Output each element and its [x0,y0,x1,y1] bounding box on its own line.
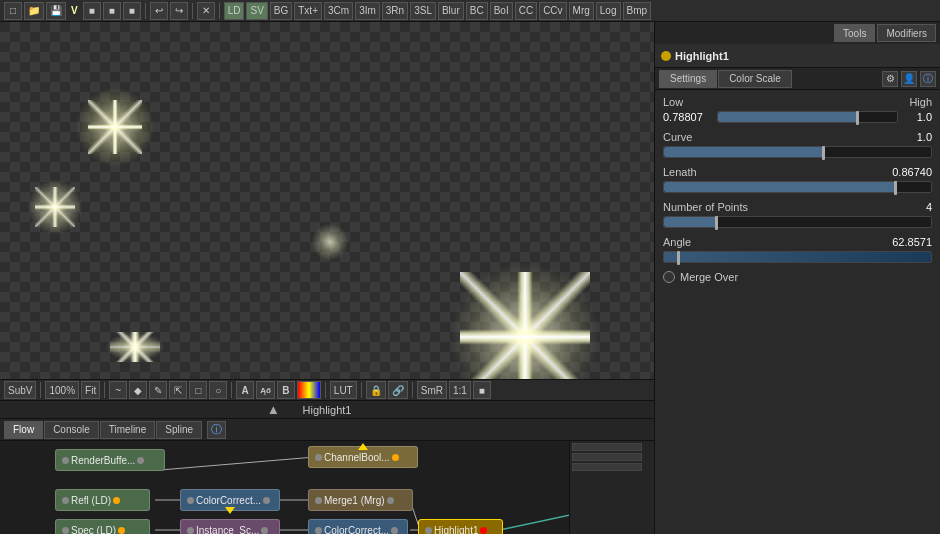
angle-thumb[interactable] [677,251,680,265]
extra-btn[interactable]: ■ [473,381,491,399]
node-label: Instance_Sc... [196,525,259,535]
highlight-label: Highlight1 [303,404,352,416]
a-btn[interactable]: A [236,381,254,399]
ccv-btn[interactable]: CCv [539,2,566,20]
node-render-buffer[interactable]: RenderBuffe... [55,449,165,471]
3im-btn[interactable]: 3Im [355,2,380,20]
settings-tab[interactable]: Settings [659,70,717,88]
tool-color-dot [661,51,671,61]
select-btn[interactable]: ⇱ [169,381,187,399]
new-btn[interactable]: □ [4,2,22,20]
mini-control-3 [572,463,642,471]
tb2[interactable]: ■ [103,2,121,20]
lut-btn[interactable]: LUT [330,381,357,399]
node-dot-in [315,454,322,461]
settings-info-icon[interactable]: ⓘ [920,71,936,87]
curve-thumb[interactable] [822,146,825,160]
save-btn[interactable]: 💾 [46,2,66,20]
bol-btn[interactable]: BoI [490,2,513,20]
tools-tab[interactable]: Tools [834,24,875,42]
high-label: High [909,96,932,108]
collapse-btn[interactable]: ▲ [267,402,280,417]
sv-btn[interactable]: SV [246,2,267,20]
open-btn[interactable]: 📁 [24,2,44,20]
node-merge1[interactable]: Merge1 (Mrg) [308,489,413,511]
zoom-btn[interactable]: 100% [45,381,79,399]
node-color-correct-1[interactable]: ColorCorrect... [180,489,280,511]
settings-person-icon[interactable]: 👤 [901,71,917,87]
length-thumb[interactable] [894,181,897,195]
bmp-btn[interactable]: Bmp [623,2,652,20]
angle-slider[interactable] [663,251,932,263]
aa-btn[interactable]: Ąő [256,381,275,399]
tb1[interactable]: ■ [83,2,101,20]
node-color-correct-2[interactable]: ColorCorrect... [308,519,408,534]
low-high-slider[interactable] [717,111,898,123]
curve-label: Curve [663,131,692,143]
bc-btn[interactable]: BC [466,2,488,20]
modifiers-tab[interactable]: Modifiers [877,24,936,42]
cut-btn[interactable]: ✕ [197,2,215,20]
txt-btn[interactable]: Txt+ [294,2,322,20]
node-label: Highlight1 [434,525,478,535]
circle-btn[interactable]: ○ [209,381,227,399]
low-slider-thumb[interactable] [856,111,859,125]
tb3[interactable]: ■ [123,2,141,20]
node-canvas[interactable]: RenderBuffe... Refl (LD) ColorCorrect... [0,441,654,534]
viewer[interactable] [0,22,654,379]
curve-slider[interactable] [663,146,932,158]
undo-btn[interactable]: ↩ [150,2,168,20]
paint-btn[interactable]: ✎ [149,381,167,399]
log-btn[interactable]: Log [596,2,621,20]
cc-btn[interactable]: CC [515,2,537,20]
num-points-row: Number of Points 4 [663,201,932,228]
rect-btn[interactable]: □ [189,381,207,399]
mrg-btn[interactable]: Mrg [569,2,594,20]
diamond-btn[interactable]: ◆ [129,381,147,399]
node-label: ColorCorrect... [324,525,389,535]
color-scale-tab[interactable]: Color Scale [718,70,792,88]
length-label-row: Lenath 0.86740 [663,166,932,178]
subv-btn[interactable]: SubV [4,381,36,399]
node-spec[interactable]: Spec (LD) [55,519,150,534]
node-channel-bool[interactable]: ChannelBool... [308,446,418,468]
ld-btn[interactable]: LD [224,2,245,20]
color-btn[interactable] [297,381,321,399]
spline-tab[interactable]: Spline [156,421,202,439]
node-dot-out [392,454,399,461]
console-tab[interactable]: Console [44,421,99,439]
low-high-row: Low High 0.78807 1.0 [663,96,932,123]
right-node-controls-3 [572,463,652,471]
b-btn[interactable]: B [277,381,295,399]
merge-over-checkbox[interactable] [663,271,675,283]
3sl-btn[interactable]: 3SL [410,2,436,20]
flow-tab[interactable]: Flow [4,421,43,439]
node-info-btn[interactable]: ⓘ [207,421,226,439]
right-panel: Tools Modifiers Highlight1 Settings Colo… [654,22,940,534]
smr-btn[interactable]: SmR [417,381,447,399]
num-points-slider[interactable] [663,216,932,228]
blur-btn[interactable]: Blur [438,2,464,20]
fit-btn[interactable]: Fit [81,381,100,399]
length-slider[interactable] [663,181,932,193]
settings-gear-icon[interactable]: ⚙ [882,71,898,87]
ratio-btn[interactable]: 1:1 [449,381,471,399]
wave-btn[interactable]: ~ [109,381,127,399]
3rn-btn[interactable]: 3Rn [382,2,408,20]
timeline-tab[interactable]: Timeline [100,421,155,439]
num-points-thumb[interactable] [715,216,718,230]
link-btn[interactable]: 🔗 [388,381,408,399]
node-refl[interactable]: Refl (LD) [55,489,150,511]
node-highlight1[interactable]: Highlight1 [418,519,503,534]
num-points-label: Number of Points [663,201,748,213]
viewer-toolbar: SubV 100% Fit ~ ◆ ✎ ⇱ □ ○ A Ąő B LUT 🔒 🔗… [0,379,654,401]
redo-btn[interactable]: ↪ [170,2,188,20]
node-dot-in [315,527,322,534]
star-rays-3 [110,332,160,362]
node-instance-sc[interactable]: Instance_Sc... [180,519,280,534]
3cm-btn[interactable]: 3Cm [324,2,353,20]
lock-btn[interactable]: 🔒 [366,381,386,399]
bg-btn[interactable]: BG [270,2,292,20]
curve-fill [664,147,824,157]
low-label: Low [663,96,683,108]
